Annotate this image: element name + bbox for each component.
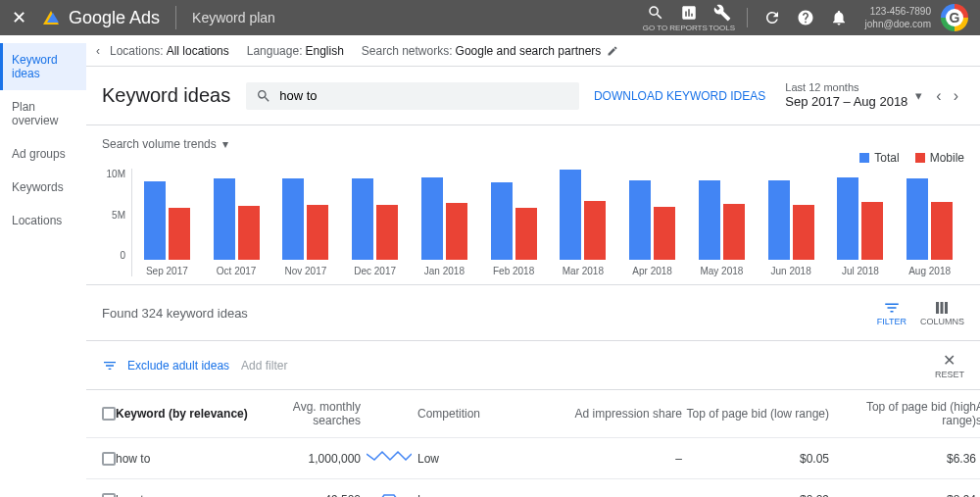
bar-total[interactable] (560, 170, 581, 260)
search-box[interactable] (246, 82, 579, 110)
language-value[interactable]: English (305, 44, 343, 58)
sidebar-item-keywords[interactable]: Keywords (0, 171, 86, 204)
sidebar-item-keyword-ideas[interactable]: Keyword ideas (0, 43, 86, 90)
add-filter-button[interactable]: Add filter (241, 359, 287, 373)
download-button[interactable]: DOWNLOAD KEYWORD IDEAS (594, 89, 765, 103)
bar-total[interactable] (144, 181, 166, 260)
bar-total[interactable] (421, 177, 443, 261)
bar-mobile[interactable] (931, 202, 953, 260)
chevron-down-icon[interactable]: ▾ (915, 88, 922, 103)
locations-value[interactable]: All locations (167, 44, 229, 58)
cell-bid-low: $0.29 (682, 493, 829, 497)
chart-month-group: Oct 2017 (202, 168, 271, 276)
columns-icon (933, 299, 951, 317)
table-row[interactable]: how to 1,000,000 Low – $0.05 $6.36 (86, 438, 980, 479)
cell-keyword: how to (116, 452, 263, 466)
col-header-impression[interactable]: Ad impression share (555, 407, 682, 421)
search-input[interactable] (279, 88, 569, 103)
col-header-searches[interactable]: Avg. monthly searches (263, 400, 361, 427)
chart-month-group: Dec 2017 (340, 168, 410, 276)
chart-month-group: Jun 2018 (757, 168, 826, 276)
bar-mobile[interactable] (169, 208, 190, 261)
refresh-icon (763, 9, 781, 26)
close-icon: ✕ (943, 351, 956, 370)
bar-total[interactable] (906, 178, 928, 261)
table-row[interactable]: how t 49,500 Low – $0.29 $8.94 (86, 479, 980, 497)
brand-title: Google Ads (69, 8, 160, 28)
page-title: Keyword ideas (102, 84, 230, 107)
cell-impression: – (555, 452, 682, 466)
help-button[interactable] (789, 9, 822, 26)
row-checkbox[interactable] (102, 493, 116, 497)
bar-mobile[interactable] (238, 206, 260, 260)
bar-mobile[interactable] (723, 204, 745, 260)
row-checkbox[interactable] (102, 452, 116, 466)
bar-mobile[interactable] (793, 205, 814, 260)
chart-month-group: Apr 2018 (617, 168, 687, 276)
bar-total[interactable] (699, 180, 720, 260)
chart-month-group: Aug 2018 (895, 168, 964, 276)
help-icon (797, 9, 814, 26)
back-chevron-icon[interactable]: ‹ (96, 44, 100, 58)
bar-total[interactable] (214, 178, 235, 260)
close-icon[interactable]: ✕ (12, 7, 35, 28)
chart-month-group: Mar 2018 (549, 168, 618, 276)
col-header-bid-low[interactable]: Top of page bid (low range) (682, 407, 829, 421)
select-all-checkbox[interactable] (102, 407, 116, 421)
bar-mobile[interactable] (654, 207, 675, 261)
search-icon (647, 4, 664, 22)
sidebar-item-ad-groups[interactable]: Ad groups (0, 137, 86, 171)
date-range-picker[interactable]: Last 12 months Sep 2017 – Aug 2018 (785, 80, 907, 111)
legend-item: Mobile (915, 151, 964, 165)
bar-mobile[interactable] (584, 201, 606, 260)
bar-mobile[interactable] (376, 205, 398, 260)
legend-item: Total (859, 151, 899, 165)
filter-button[interactable]: FILTER (877, 299, 906, 326)
results-count: Found 324 keyword ideas (102, 306, 248, 321)
edit-icon[interactable] (607, 45, 618, 57)
col-header-bid-high[interactable]: Top of page bid (high range) (829, 400, 976, 427)
account-info[interactable]: 123-456-7890 john@doe.com (865, 5, 931, 30)
bar-total[interactable] (629, 180, 651, 260)
bar-mobile[interactable] (515, 208, 537, 261)
next-period-button[interactable]: › (948, 87, 964, 105)
chart-dropdown[interactable]: Search volume trends ▾ (102, 137, 964, 151)
sidebar-item-locations[interactable]: Locations (0, 204, 86, 237)
bar-total[interactable] (352, 178, 373, 260)
col-header-status[interactable]: Account status (976, 400, 980, 427)
exclude-adult-chip[interactable]: Exclude adult ideas (127, 359, 229, 373)
columns-button[interactable]: COLUMNS (920, 299, 964, 326)
chart-month-group: Feb 2018 (479, 168, 549, 276)
search-icon (256, 88, 271, 104)
bar-mobile[interactable] (307, 205, 328, 260)
avatar[interactable] (941, 4, 968, 31)
col-header-competition[interactable]: Competition (417, 407, 555, 421)
tools-button[interactable]: TOOLS (706, 4, 739, 32)
bar-total[interactable] (282, 178, 304, 261)
reset-button[interactable]: ✕ RESET (935, 351, 964, 379)
notifications-button[interactable] (822, 9, 856, 26)
cell-impression: – (555, 493, 682, 497)
reports-button[interactable]: REPORTS (672, 4, 706, 32)
col-header-keyword[interactable]: Keyword (by relevance) (116, 407, 263, 421)
refresh-button[interactable] (756, 9, 789, 26)
cell-competition: Low (417, 452, 555, 466)
funnel-icon (102, 358, 118, 373)
bar-mobile[interactable] (446, 203, 467, 260)
sidebar-item-plan-overview[interactable]: Plan overview (0, 90, 86, 137)
google-ads-logo (43, 11, 59, 25)
networks-value[interactable]: Google and search partners (456, 44, 602, 58)
cell-bid-high: $8.94 (829, 493, 976, 497)
cell-keyword: how t (116, 493, 263, 497)
chevron-down-icon: ▾ (222, 137, 228, 151)
bar-total[interactable] (491, 182, 513, 260)
chart-month-group: May 2018 (687, 168, 757, 276)
bar-mobile[interactable] (861, 202, 883, 260)
page-subtitle: Keyword plan (192, 10, 275, 25)
prev-period-button[interactable]: ‹ (930, 87, 947, 105)
bar-total[interactable] (768, 180, 790, 260)
bar-total[interactable] (837, 177, 858, 261)
goto-button[interactable]: GO TO (639, 4, 672, 32)
chart-month-group: Jan 2018 (410, 168, 479, 276)
chart-month-group: Jul 2018 (826, 168, 896, 276)
